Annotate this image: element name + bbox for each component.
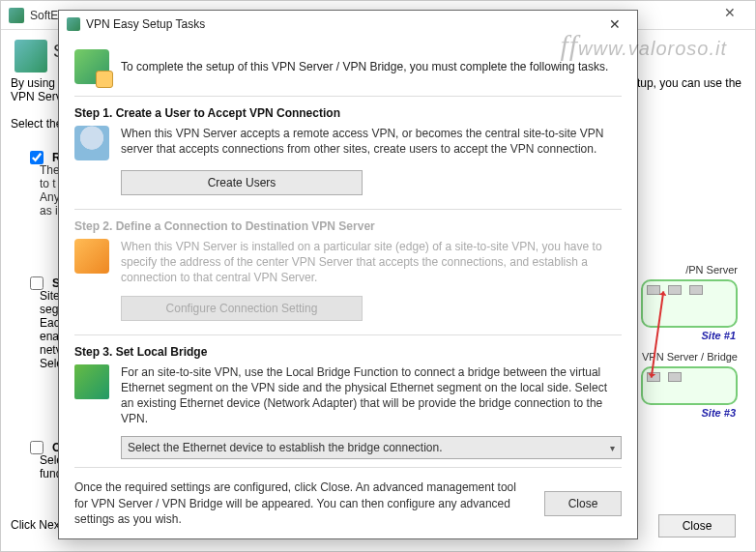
chevron-down-icon: ▾ — [610, 443, 615, 453]
divider — [74, 467, 622, 468]
diagram-site3-label: Site #3 — [702, 407, 736, 419]
dialog-title-bar: VPN Easy Setup Tasks ✕ — [59, 11, 637, 38]
step3-title: Step 3. Set Local Bridge — [74, 345, 622, 359]
footer-note: Once the required settings are configure… — [74, 479, 529, 527]
dialog-footer: Once the required settings are configure… — [74, 479, 622, 527]
parent-select-text: Select the — [11, 117, 62, 131]
app-icon — [9, 8, 24, 23]
diagram-vpn-bridge-label: VPN Server / Bridge — [642, 351, 738, 363]
step2-title: Step 2. Define a Connection to Destinati… — [74, 219, 622, 233]
ethernet-select-placeholder: Select the Ethernet device to establish … — [128, 441, 443, 454]
diagram-site3-box — [641, 366, 738, 405]
diagram-site1-box — [641, 279, 738, 328]
parent-header-icon — [15, 40, 47, 73]
step3-row: For an site-to-site VPN, use the Local B… — [74, 364, 622, 427]
site-to-site-checkbox[interactable] — [30, 276, 44, 290]
dialog-intro-icon — [74, 49, 109, 84]
dialog-title: VPN Easy Setup Tasks — [86, 17, 205, 31]
step1-row: When this VPN Server accepts a remote ac… — [74, 126, 622, 160]
dialog-intro: To complete the setup of this VPN Server… — [74, 49, 622, 84]
dialog-body: To complete the setup of this VPN Server… — [59, 38, 637, 537]
step1-title: Step 1. Create a User to Accept VPN Conn… — [74, 106, 622, 120]
diagram-vpn-server-label: /PN Server — [685, 264, 738, 276]
user-icon — [74, 126, 109, 160]
divider — [74, 96, 622, 97]
diagram-site1-label: Site #1 — [702, 330, 736, 341]
step2-row: When this VPN Server is installed on a p… — [74, 239, 622, 286]
step1-desc: When this VPN Server accepts a remote ac… — [121, 126, 622, 160]
parent-close-button[interactable]: ✕ — [711, 5, 749, 26]
configure-connection-button: Configure Connection Setting — [121, 296, 363, 321]
network-icon — [74, 239, 109, 274]
click-next-text: Click Nex — [11, 518, 60, 532]
divider — [74, 209, 622, 210]
remote-access-checkbox[interactable] — [30, 151, 44, 164]
step3-desc: For an site-to-site VPN, use the Local B… — [121, 364, 622, 427]
dialog-intro-text: To complete the setup of this VPN Server… — [121, 60, 608, 73]
dialog-close-button[interactable]: Close — [544, 491, 622, 516]
dialog-close-x[interactable]: ✕ — [600, 16, 629, 32]
network-card-icon — [74, 364, 109, 399]
divider — [74, 334, 622, 335]
vpn-easy-setup-dialog: VPN Easy Setup Tasks ✕ To complete the s… — [58, 10, 638, 539]
create-users-button[interactable]: Create Users — [121, 170, 363, 195]
parent-close-button-bottom[interactable]: Close — [658, 514, 736, 537]
other-checkbox[interactable] — [30, 441, 44, 454]
ethernet-device-select[interactable]: Select the Ethernet device to establish … — [121, 436, 622, 459]
dialog-title-icon — [67, 17, 80, 31]
step2-desc: When this VPN Server is installed on a p… — [121, 239, 622, 286]
